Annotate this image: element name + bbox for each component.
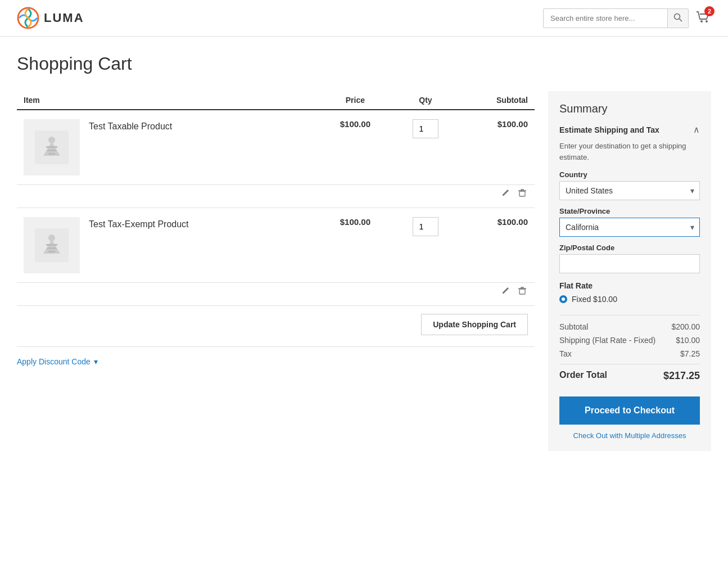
discount-label: Apply Discount Code <box>17 357 91 366</box>
state-group: State/Province California <box>559 207 700 237</box>
luma-logo-icon <box>17 7 39 29</box>
subtotal-label: Subtotal <box>559 322 588 331</box>
col-subtotal: Subtotal <box>459 91 535 110</box>
product-name-1: Test Taxable Product <box>89 119 172 132</box>
svg-point-3 <box>700 20 703 22</box>
flat-rate-option-label: Fixed $10.00 <box>572 295 617 304</box>
product-image-1 <box>24 119 80 175</box>
summary-sidebar: Summary Estimate Shipping and Tax ∧ Ente… <box>548 91 711 451</box>
discount-chevron-icon: ▾ <box>94 357 98 366</box>
price-cell-2: $100.00 <box>318 208 392 283</box>
trash-icon-2 <box>518 286 527 295</box>
pencil-icon-1 <box>501 188 510 197</box>
subtotal-value: $200.00 <box>671 322 700 331</box>
col-price: Price <box>318 91 392 110</box>
action-row-2 <box>17 283 535 306</box>
product-image-2 <box>24 217 80 273</box>
subtotal-row: Subtotal $200.00 <box>559 322 700 331</box>
totals-section: Subtotal $200.00 Shipping (Flat Rate - F… <box>559 315 700 382</box>
checkout-button[interactable]: Proceed to Checkout <box>559 396 700 425</box>
product-cell-2: Test Tax-Exempt Product <box>24 217 311 273</box>
svg-rect-10 <box>519 191 525 196</box>
product-placeholder-icon-1 <box>35 130 69 164</box>
action-icons-2 <box>24 285 528 299</box>
delete-button-2[interactable] <box>517 285 528 299</box>
header-right: 2 <box>543 8 711 28</box>
svg-rect-13 <box>46 244 57 246</box>
cart-section: Item Price Qty Subtotal <box>17 91 535 376</box>
qty-input-2[interactable] <box>413 217 438 236</box>
zip-group: Zip/Postal Code <box>559 244 700 273</box>
svg-line-2 <box>680 19 682 21</box>
country-group: Country United States <box>559 170 700 200</box>
qty-input-1[interactable] <box>413 119 438 138</box>
country-select[interactable]: United States <box>559 181 700 200</box>
cart-actions: Update Shopping Cart <box>17 306 535 347</box>
cart-layout: Item Price Qty Subtotal <box>17 91 711 451</box>
page-title: Shopping Cart <box>17 53 711 74</box>
trash-icon-1 <box>518 188 527 197</box>
svg-point-1 <box>675 13 680 19</box>
edit-button-2[interactable] <box>500 285 511 299</box>
shipping-value: $10.00 <box>676 336 700 345</box>
order-total-row: Order Total $217.25 <box>559 364 700 382</box>
state-select-wrap: California <box>559 218 700 237</box>
search-input[interactable] <box>544 10 667 26</box>
svg-rect-8 <box>47 150 56 151</box>
tax-row: Tax $7.25 <box>559 349 700 358</box>
cart-badge: 2 <box>704 6 715 16</box>
shipping-hint: Enter your destination to get a shipping… <box>559 141 700 163</box>
svg-point-12 <box>48 235 55 241</box>
shipping-label: Shipping (Flat Rate - Fixed) <box>559 336 655 345</box>
qty-cell-2 <box>392 208 459 283</box>
main-content: Shopping Cart Item Price Qty Subtotal <box>0 37 728 485</box>
svg-rect-7 <box>46 146 57 148</box>
product-name-2: Test Tax-Exempt Product <box>89 217 189 229</box>
edit-button-1[interactable] <box>500 187 511 201</box>
flat-rate-option: Fixed $10.00 <box>559 295 700 304</box>
subtotal-cell-1: $100.00 <box>459 110 535 185</box>
search-wrap <box>543 8 689 28</box>
svg-point-6 <box>48 137 55 143</box>
zip-label: Zip/Postal Code <box>559 244 700 252</box>
update-cart-button[interactable]: Update Shopping Cart <box>421 314 528 335</box>
order-total-label: Order Total <box>559 370 607 382</box>
svg-rect-15 <box>48 251 55 253</box>
delete-button-1[interactable] <box>517 187 528 201</box>
svg-rect-16 <box>519 289 525 294</box>
chevron-up-icon[interactable]: ∧ <box>693 124 700 135</box>
search-icon <box>673 13 682 22</box>
pencil-icon-2 <box>501 286 510 295</box>
svg-rect-9 <box>48 153 55 155</box>
action-row-1 <box>17 185 535 208</box>
zip-input[interactable] <box>559 254 700 273</box>
svg-rect-14 <box>47 247 56 249</box>
col-item: Item <box>17 91 318 110</box>
logo[interactable]: LUMA <box>17 7 84 29</box>
cart-table: Item Price Qty Subtotal <box>17 91 535 306</box>
svg-point-4 <box>706 20 708 22</box>
country-select-wrap: United States <box>559 181 700 200</box>
order-total-value: $217.25 <box>663 370 700 382</box>
header: LUMA 2 <box>0 0 728 37</box>
multi-address-link[interactable]: Check Out with Multiple Addresses <box>559 431 700 440</box>
cart-icon-wrap[interactable]: 2 <box>695 10 711 27</box>
product-placeholder-icon-2 <box>35 228 69 262</box>
tax-label: Tax <box>559 349 572 358</box>
shipping-estimate-label: Estimate Shipping and Tax <box>559 125 659 134</box>
state-label: State/Province <box>559 207 700 215</box>
col-qty: Qty <box>392 91 459 110</box>
action-icons-1 <box>24 187 528 201</box>
product-cell-1: Test Taxable Product <box>24 119 311 175</box>
state-select[interactable]: California <box>559 218 700 237</box>
flat-rate-label: Flat Rate <box>559 281 700 290</box>
flat-rate-section: Flat Rate Fixed $10.00 <box>559 281 700 304</box>
flat-rate-radio[interactable] <box>559 295 567 303</box>
search-button[interactable] <box>667 9 688 28</box>
table-row: Test Taxable Product $100.00 $100.00 <box>17 110 535 185</box>
qty-cell-1 <box>392 110 459 185</box>
shipping-estimate-header: Estimate Shipping and Tax ∧ <box>559 124 700 135</box>
apply-discount-button[interactable]: Apply Discount Code ▾ <box>17 357 98 366</box>
tax-value: $7.25 <box>680 349 700 358</box>
country-label: Country <box>559 170 700 179</box>
